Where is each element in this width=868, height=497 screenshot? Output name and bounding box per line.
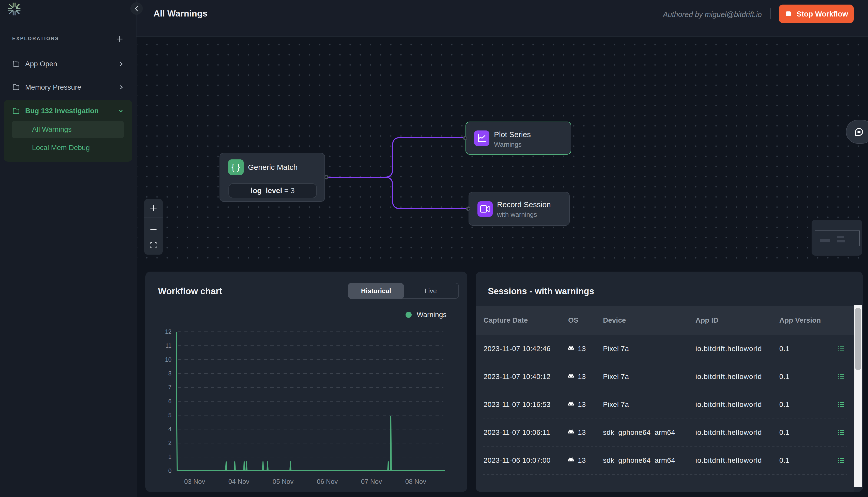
svg-text:1: 1	[168, 454, 171, 460]
svg-text:08 Nov: 08 Nov	[405, 478, 426, 485]
svg-text:2: 2	[168, 440, 171, 446]
svg-text:05 Nov: 05 Nov	[273, 478, 293, 485]
svg-text:7: 7	[168, 384, 171, 390]
svg-text:03 Nov: 03 Nov	[184, 478, 205, 485]
svg-text:5: 5	[168, 412, 171, 418]
svg-text:6: 6	[168, 398, 171, 404]
svg-text:0: 0	[168, 468, 171, 474]
svg-text:8: 8	[168, 370, 171, 377]
svg-text:11: 11	[165, 342, 171, 349]
svg-text:04 Nov: 04 Nov	[229, 478, 249, 485]
svg-text:06 Nov: 06 Nov	[317, 478, 338, 485]
svg-text:4: 4	[168, 426, 171, 432]
svg-text:07 Nov: 07 Nov	[361, 478, 382, 485]
svg-text:10: 10	[165, 356, 171, 363]
svg-text:12: 12	[165, 328, 171, 335]
